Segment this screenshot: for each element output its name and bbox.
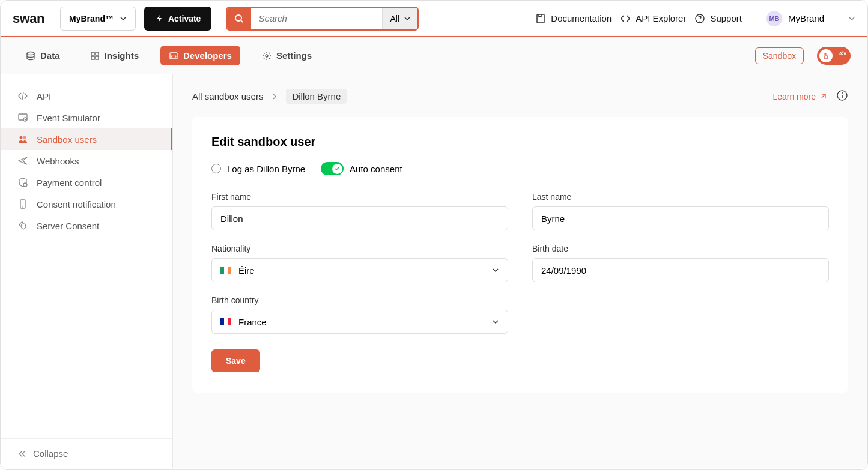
info-icon[interactable] [836, 89, 848, 103]
search-filter-label: All [390, 14, 399, 23]
chevron-down-icon [492, 265, 499, 276]
last-name-field: Last name [532, 192, 829, 230]
radio-icon [211, 164, 221, 173]
svg-point-10 [842, 54, 843, 55]
sidebar-item-webhooks[interactable]: Webhooks [1, 150, 172, 172]
svg-rect-5 [96, 52, 99, 55]
tab-settings[interactable]: Settings [253, 46, 320, 65]
api-explorer-link[interactable]: API Explorer [620, 13, 686, 24]
svg-rect-1 [537, 14, 544, 23]
avatar: MB [766, 11, 782, 26]
first-name-input[interactable] [211, 206, 508, 230]
sandbox-badge[interactable]: Sandbox [755, 47, 804, 64]
sidebar-item-payment-control[interactable]: Payment control [1, 172, 172, 193]
sidebar-item-sandbox-users[interactable]: Sandbox users [1, 128, 172, 150]
svg-point-14 [23, 136, 26, 139]
card-title: Edit sandbox user [211, 135, 829, 149]
svg-point-19 [842, 92, 843, 94]
lightning-icon [155, 14, 163, 23]
sidebar-item-api[interactable]: API [1, 85, 172, 107]
sidebar: API Event Simulator Sandbox users Webhoo… [1, 74, 173, 468]
svg-rect-4 [91, 52, 94, 55]
user-menu[interactable]: MB MyBrand [766, 11, 855, 26]
brand-selector-label: MyBrand™ [69, 14, 114, 23]
search-filter-select[interactable]: All [382, 8, 417, 29]
brand-selector[interactable]: MyBrand™ [60, 7, 136, 31]
nationality-field: Nationality Éire [211, 244, 508, 282]
tab-data[interactable]: Data [17, 46, 68, 65]
navbar: Data Insights Developers Settings Sandbo… [1, 37, 867, 74]
svg-point-3 [27, 52, 34, 55]
nationality-select[interactable]: Éire [211, 258, 508, 282]
svg-rect-7 [96, 56, 99, 59]
save-button[interactable]: Save [211, 349, 260, 372]
svg-point-12 [23, 118, 27, 121]
svg-rect-8 [170, 53, 177, 59]
svg-point-0 [235, 15, 241, 21]
auto-consent-toggle[interactable]: Auto consent [321, 162, 402, 175]
birth-country-select[interactable]: France [211, 310, 508, 334]
sidebar-item-consent-notification[interactable]: Consent notification [1, 193, 172, 215]
edit-card: Edit sandbox user Log as Dillon Byrne Au… [192, 117, 848, 393]
chevron-down-icon [120, 15, 127, 22]
last-name-input[interactable] [532, 206, 829, 230]
activate-button[interactable]: Activate [144, 7, 211, 31]
svg-point-13 [20, 136, 23, 139]
content-area: All sandbox users Dillon Byrne Learn mor… [173, 74, 867, 468]
chevron-down-icon [492, 317, 499, 327]
tab-developers[interactable]: Developers [160, 46, 240, 65]
collapse-button[interactable]: Collapse [1, 438, 172, 468]
breadcrumb-root[interactable]: All sandbox users [192, 91, 263, 101]
birth-date-field: Birth date [532, 244, 829, 282]
breadcrumb: All sandbox users Dillon Byrne Learn mor… [192, 89, 848, 104]
birth-date-input[interactable] [532, 258, 829, 282]
documentation-link[interactable]: Documentation [535, 13, 612, 24]
tab-insights[interactable]: Insights [82, 46, 148, 65]
logo: swan [13, 11, 44, 26]
first-name-field: First name [211, 192, 508, 230]
topbar: swan MyBrand™ Activate All Documentation… [1, 1, 867, 37]
svg-rect-6 [91, 56, 94, 59]
search-bar: All [226, 7, 419, 31]
switch-icon [321, 162, 344, 175]
environment-toggle[interactable] [817, 47, 851, 65]
ireland-flag-icon [220, 267, 231, 274]
user-name: MyBrand [788, 13, 824, 23]
search-input[interactable] [251, 8, 382, 29]
svg-point-15 [23, 183, 27, 187]
svg-point-17 [22, 206, 23, 208]
search-icon-button[interactable] [227, 8, 251, 29]
sidebar-item-server-consent[interactable]: Server Consent [1, 215, 172, 237]
france-flag-icon [220, 318, 231, 325]
birth-country-field: Birth country France [211, 295, 508, 334]
log-as-radio[interactable]: Log as Dillon Byrne [211, 164, 305, 174]
activate-label: Activate [168, 14, 201, 23]
support-link[interactable]: Support [694, 13, 742, 24]
learn-more-link[interactable]: Learn more [772, 92, 827, 101]
sidebar-item-event-simulator[interactable]: Event Simulator [1, 107, 172, 128]
svg-point-9 [266, 55, 268, 57]
breadcrumb-current: Dillon Byrne [286, 89, 347, 104]
